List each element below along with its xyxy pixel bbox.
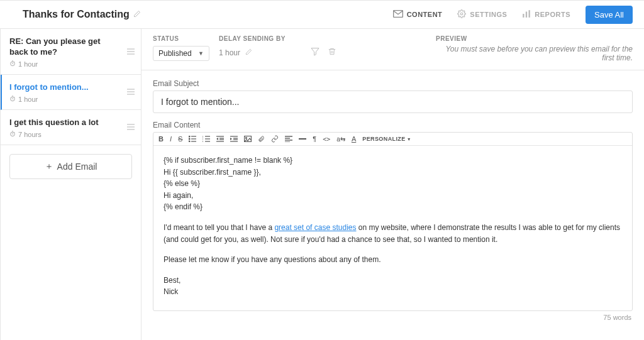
subject-label: Email Subject (153, 79, 633, 88)
italic-icon[interactable]: I (170, 135, 172, 143)
hr-icon[interactable] (299, 138, 306, 140)
drag-handle-icon[interactable] (127, 124, 135, 130)
nav-content[interactable]: CONTENT (393, 10, 443, 19)
list-ul-icon[interactable] (189, 136, 196, 142)
main-panel: STATUS Published ▼ DELAY SENDING BY 1 ho… (142, 29, 644, 340)
delay-label: DELAY SENDING BY (219, 35, 310, 42)
clock-icon (9, 60, 16, 68)
sidebar-item[interactable]: I get this question a lot 7 hours (1, 110, 141, 145)
subject-input[interactable] (153, 90, 633, 113)
sidebar: RE: Can you please get back to me? 1 hou… (0, 29, 142, 340)
gear-icon (457, 9, 466, 19)
align-icon[interactable] (285, 136, 292, 142)
svg-point-19 (189, 138, 190, 140)
body-text: I'd meant to tell you that I have a (164, 223, 274, 232)
drag-handle-icon[interactable] (127, 48, 135, 55)
attachment-icon[interactable] (258, 135, 265, 143)
code-icon[interactable]: <> (323, 136, 330, 143)
body-line: Nick (164, 286, 622, 298)
body-line: {% endif %} (164, 201, 622, 213)
add-email-label: Add Email (57, 162, 97, 172)
body-line: {% if subscriber.first_name != blank %} (164, 155, 622, 167)
nav-settings[interactable]: SETTINGS (457, 9, 507, 19)
status-select[interactable]: Published ▼ (153, 46, 209, 61)
caret-down-icon: ▼ (407, 137, 411, 141)
svg-point-1 (461, 13, 464, 15)
add-email-button[interactable]: ＋ Add Email (9, 154, 132, 179)
edit-delay-icon[interactable] (245, 48, 252, 57)
personalize-dropdown[interactable]: PERSONALIZE ▼ (362, 136, 411, 142)
caret-down-icon: ▼ (198, 50, 204, 57)
sidebar-item-label: I forgot to mention... (9, 82, 132, 93)
svg-point-21 (189, 141, 190, 142)
link-icon[interactable] (271, 135, 279, 143)
delay-value: 1 hour (219, 48, 240, 57)
status-value: Published (158, 49, 192, 58)
nav-settings-label: SETTINGS (470, 11, 507, 18)
body-line: Best, (164, 275, 622, 287)
header: Thanks for Contacting CONTENT SETTINGS (0, 1, 644, 29)
header-nav: CONTENT SETTINGS REPORTS Save All (393, 6, 633, 24)
envelope-icon (393, 10, 403, 19)
image-icon[interactable] (244, 136, 252, 142)
sidebar-item[interactable]: RE: Can you please get back to me? 1 hou… (1, 29, 141, 75)
text-color-icon[interactable]: A (352, 135, 356, 143)
nav-content-label: CONTENT (407, 11, 443, 18)
funnel-icon[interactable] (310, 47, 320, 58)
body-line: Please let me know if you have any quest… (164, 254, 622, 266)
body-line: Hi {{ subscriber.first_name }}, (164, 167, 622, 178)
bold-icon[interactable]: B (158, 135, 164, 143)
outdent-icon[interactable] (216, 136, 224, 142)
page-title: Thanks for Contacting (23, 9, 130, 20)
sidebar-item-delay: 7 hours (18, 131, 42, 138)
editor: B I S 123 ¶ <> a⇆ (153, 132, 633, 311)
preview-label: PREVIEW (436, 35, 467, 42)
status-label: STATUS (153, 35, 219, 42)
body-line: Hi again, (164, 190, 622, 202)
save-all-button[interactable]: Save All (586, 6, 633, 24)
sidebar-item-label: I get this question a lot (9, 118, 132, 128)
sidebar-item-label: RE: Can you please get back to me? (9, 36, 132, 58)
bar-chart-icon (522, 10, 531, 19)
svg-point-38 (246, 138, 247, 139)
word-count: 75 words (153, 311, 633, 321)
body-line: {% else %} (164, 178, 622, 190)
drag-handle-icon[interactable] (127, 89, 135, 95)
trash-icon[interactable] (328, 47, 336, 58)
clear-format-icon[interactable]: a⇆ (336, 136, 345, 143)
indent-icon[interactable] (230, 136, 238, 142)
editor-toolbar: B I S 123 ¶ <> a⇆ (153, 133, 632, 146)
paragraph-icon[interactable]: ¶ (313, 135, 316, 143)
plus-icon: ＋ (45, 161, 53, 172)
list-ol-icon[interactable]: 123 (203, 136, 210, 142)
svg-text:3: 3 (203, 140, 204, 142)
svg-rect-3 (526, 12, 527, 18)
personalize-label: PERSONALIZE (362, 136, 405, 142)
svg-rect-2 (523, 14, 524, 18)
svg-rect-4 (529, 10, 530, 18)
preview-text: You must save before you can preview thi… (436, 45, 633, 62)
clock-icon (9, 96, 16, 103)
sidebar-item-delay: 1 hour (18, 60, 38, 68)
svg-point-17 (189, 136, 190, 137)
case-studies-link[interactable]: great set of case studies (274, 223, 356, 232)
clock-icon (9, 131, 16, 138)
sidebar-item-delay: 1 hour (18, 96, 38, 103)
edit-title-icon[interactable] (133, 10, 141, 19)
strike-icon[interactable]: S (178, 135, 182, 143)
nav-reports[interactable]: REPORTS (522, 10, 570, 19)
sidebar-item[interactable]: I forgot to mention... 1 hour (1, 75, 141, 110)
content-label: Email Content (153, 121, 633, 129)
nav-reports-label: REPORTS (535, 11, 570, 18)
editor-content[interactable]: {% if subscriber.first_name != blank %} … (153, 146, 632, 310)
